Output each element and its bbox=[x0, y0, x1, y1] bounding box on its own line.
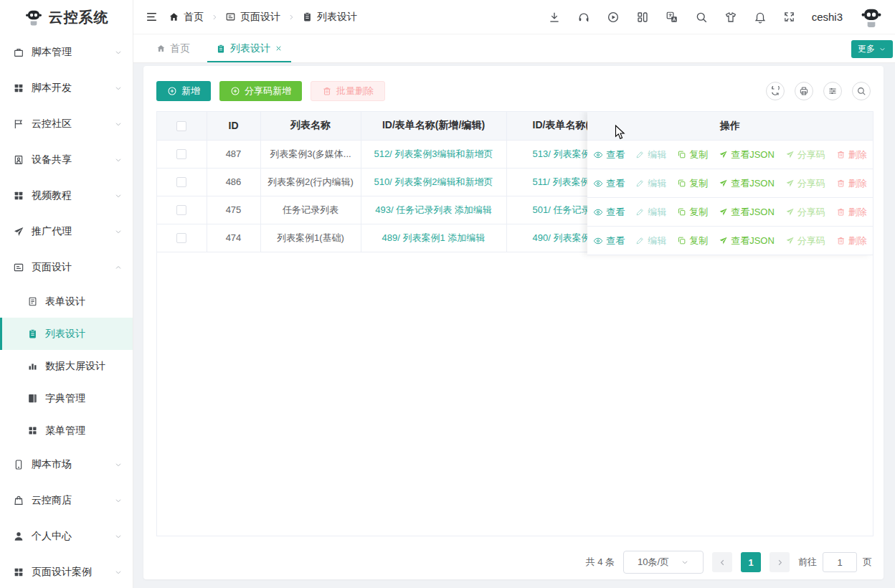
view-json-link[interactable]: 查看JSON bbox=[719, 177, 775, 190]
form-view-link[interactable]: 490/ 列表案例1 bbox=[533, 232, 596, 243]
sidebar-item-label: 云控社区 bbox=[32, 118, 107, 131]
table-search-button[interactable] bbox=[852, 82, 871, 100]
folder-icon bbox=[13, 47, 24, 58]
form-icon bbox=[225, 11, 236, 22]
breadcrumb-item-home[interactable]: 首页 bbox=[169, 11, 204, 24]
edit-link[interactable]: 编辑 bbox=[635, 206, 666, 219]
row-checkbox[interactable] bbox=[176, 205, 186, 215]
form-view-link[interactable]: 511/ 列表案例2 bbox=[533, 176, 595, 187]
view-link[interactable]: 查看 bbox=[593, 206, 625, 219]
share-code-add-button[interactable]: 分享码新增 bbox=[219, 81, 302, 101]
sidebar-subitem-dashboard-design[interactable]: 数据大屏设计 bbox=[0, 350, 133, 382]
sidebar-item-store[interactable]: 云控商店 bbox=[0, 483, 133, 518]
sidebar-item-design-examples[interactable]: 页面设计案例 bbox=[0, 554, 133, 588]
delete-link[interactable]: 删除 bbox=[836, 234, 867, 247]
next-page-button[interactable] bbox=[769, 552, 790, 572]
row-checkbox[interactable] bbox=[176, 149, 186, 159]
avatar[interactable] bbox=[859, 5, 884, 29]
copy-link[interactable]: 复制 bbox=[677, 234, 708, 247]
copy-link[interactable]: 复制 bbox=[677, 148, 708, 161]
breadcrumb-item-page-design[interactable]: 页面设计 bbox=[225, 11, 280, 24]
hamburger-menu-icon[interactable] bbox=[133, 10, 169, 24]
sidebar-item-script-manage[interactable]: 脚本管理 bbox=[0, 34, 133, 70]
close-icon[interactable] bbox=[275, 44, 283, 52]
sidebar-item-video-tutorial[interactable]: 视频教程 bbox=[0, 178, 133, 214]
sidebar-subitem-list-design[interactable]: 列表设计 bbox=[0, 318, 133, 350]
chevron-down-icon bbox=[114, 120, 123, 128]
goto-page: 前往 页 bbox=[798, 552, 872, 572]
notification-bell-icon[interactable] bbox=[754, 11, 767, 24]
sidebar-item-script-market[interactable]: 脚本市场 bbox=[0, 447, 133, 483]
components-icon[interactable] bbox=[636, 11, 649, 24]
goto-page-input[interactable] bbox=[823, 552, 857, 572]
prev-page-button[interactable] bbox=[712, 552, 732, 572]
chevron-down-icon bbox=[114, 84, 123, 93]
edit-link[interactable]: 编辑 bbox=[635, 234, 666, 247]
form-edit-link[interactable]: 510/ 列表案例2编辑和新增页 bbox=[374, 176, 493, 187]
delete-link[interactable]: 删除 bbox=[836, 177, 867, 190]
view-link[interactable]: 查看 bbox=[593, 234, 625, 247]
sidebar-item-community[interactable]: 云控社区 bbox=[0, 106, 133, 142]
current-page-button[interactable]: 1 bbox=[741, 552, 761, 572]
delete-link[interactable]: 删除 bbox=[836, 206, 867, 219]
view-link[interactable]: 查看 bbox=[593, 177, 625, 190]
tab-home[interactable]: 首页 bbox=[143, 34, 203, 62]
sidebar-subitem-label: 表单设计 bbox=[45, 295, 85, 308]
sidebar-subitem-form-design[interactable]: 表单设计 bbox=[0, 285, 133, 318]
edit-link[interactable]: 编辑 bbox=[635, 148, 666, 161]
more-button[interactable]: 更多 bbox=[851, 40, 893, 58]
pencil-icon bbox=[635, 236, 645, 245]
sidebar-subitem-menu-manage[interactable]: 菜单管理 bbox=[0, 414, 133, 447]
print-button[interactable] bbox=[795, 82, 813, 100]
header-actions: ceshi3 bbox=[548, 5, 895, 29]
copy-link[interactable]: 复制 bbox=[677, 206, 708, 219]
cell-list-name: 列表案例2(行内编辑) bbox=[260, 168, 361, 196]
copy-link[interactable]: 复制 bbox=[677, 177, 708, 190]
view-link[interactable]: 查看 bbox=[593, 148, 625, 161]
chevron-up-icon bbox=[114, 263, 123, 272]
sidebar-item-page-design[interactable]: 页面设计 bbox=[0, 250, 133, 285]
share-code-link[interactable]: 分享码 bbox=[785, 206, 825, 219]
form-edit-link[interactable]: 493/ 任务记录列表 添加编辑 bbox=[375, 204, 492, 215]
share-code-link[interactable]: 分享码 bbox=[785, 177, 825, 190]
column-filter-button[interactable] bbox=[823, 82, 842, 100]
book-icon bbox=[27, 393, 38, 404]
select-all-checkbox[interactable] bbox=[176, 121, 186, 131]
tab-list-design[interactable]: 列表设计 bbox=[203, 34, 295, 62]
form-view-link[interactable]: 513/ 列表案例3 bbox=[533, 148, 596, 159]
download-icon[interactable] bbox=[548, 11, 561, 24]
add-button[interactable]: 新增 bbox=[156, 81, 211, 101]
headset-icon[interactable] bbox=[577, 11, 590, 24]
username[interactable]: ceshi3 bbox=[812, 11, 843, 23]
view-json-link[interactable]: 查看JSON bbox=[719, 206, 775, 219]
sidebar-subitem-dictionary[interactable]: 字典管理 bbox=[0, 382, 133, 414]
delete-link[interactable]: 删除 bbox=[836, 148, 867, 161]
theme-tshirt-icon[interactable] bbox=[724, 11, 737, 24]
translate-icon[interactable] bbox=[666, 11, 678, 24]
form-edit-link[interactable]: 489/ 列表案例1 添加编辑 bbox=[382, 232, 486, 243]
search-icon[interactable] bbox=[695, 11, 708, 24]
form-edit-link[interactable]: 512/ 列表案例3编辑和新增页 bbox=[374, 148, 493, 159]
batch-delete-button[interactable]: 批量删除 bbox=[311, 81, 385, 101]
sidebar-item-personal-center[interactable]: 个人中心 bbox=[0, 518, 133, 554]
grid-icon bbox=[27, 425, 38, 436]
share-code-link[interactable]: 分享码 bbox=[785, 234, 825, 247]
edit-link[interactable]: 编辑 bbox=[635, 177, 666, 190]
view-json-link[interactable]: 查看JSON bbox=[719, 234, 775, 247]
fullscreen-icon[interactable] bbox=[783, 11, 795, 23]
goto-label: 前往 bbox=[798, 556, 817, 569]
row-operations: 查看 编辑 复制 查看JSON 分享码 删除 bbox=[587, 227, 873, 255]
share-code-label: 分享码 bbox=[797, 206, 825, 219]
view-json-link[interactable]: 查看JSON bbox=[719, 148, 775, 161]
refresh-button[interactable] bbox=[766, 82, 785, 100]
sidebar-item-promotion[interactable]: 推广代理 bbox=[0, 214, 133, 250]
page-size-select[interactable]: 10条/页 bbox=[623, 551, 704, 574]
play-video-icon[interactable] bbox=[607, 11, 620, 24]
share-code-link[interactable]: 分享码 bbox=[785, 148, 825, 161]
delete-label: 删除 bbox=[848, 148, 867, 161]
row-checkbox[interactable] bbox=[176, 233, 186, 243]
sidebar-item-device-share[interactable]: 设备共享 bbox=[0, 142, 133, 178]
copy-icon bbox=[677, 150, 686, 159]
row-checkbox[interactable] bbox=[176, 177, 186, 187]
sidebar-item-script-dev[interactable]: 脚本开发 bbox=[0, 70, 133, 106]
